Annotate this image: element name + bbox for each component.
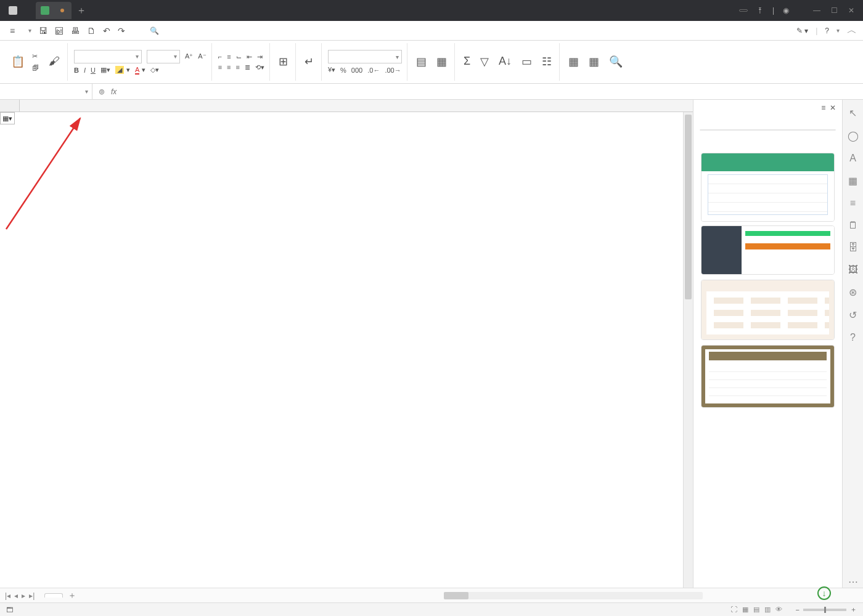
fx-expand-icon[interactable]: ⊚ xyxy=(99,87,105,96)
sort-button[interactable]: A↓ xyxy=(496,54,514,70)
font-size-select[interactable] xyxy=(147,50,180,63)
cursor-tool-icon[interactable]: ↖ xyxy=(849,107,857,119)
cut-button[interactable]: ✂ xyxy=(32,52,41,60)
panel-menu-icon[interactable]: ≡ xyxy=(821,103,825,112)
find-button[interactable]: 🔍 xyxy=(607,54,625,71)
image-tool-icon[interactable]: 🖼 xyxy=(848,264,858,275)
view-custom-icon[interactable]: ▥ xyxy=(764,606,771,614)
decrease-font-icon[interactable]: A⁻ xyxy=(198,52,206,60)
file-dropdown-icon[interactable]: ▾ xyxy=(28,27,31,34)
title-badge[interactable] xyxy=(739,9,748,12)
print-preview-icon[interactable]: 🗟 xyxy=(55,26,63,36)
undo-icon[interactable]: ↶ xyxy=(103,26,110,36)
freeze-panes-button[interactable]: ▦ xyxy=(586,54,602,71)
export-icon[interactable]: 🗋 xyxy=(87,26,96,36)
save-icon[interactable]: 🖫 xyxy=(39,26,47,36)
help-icon[interactable]: ? xyxy=(825,26,829,35)
name-box[interactable] xyxy=(0,84,92,99)
redo-icon[interactable]: ↷ xyxy=(118,26,125,36)
collapse-ribbon-icon[interactable]: ︿ xyxy=(847,24,857,37)
indent-right-icon[interactable]: ⇥ xyxy=(257,53,263,61)
minimize-button[interactable]: — xyxy=(812,6,821,15)
view-normal-icon[interactable]: ▦ xyxy=(742,606,748,614)
help-dropdown-icon[interactable]: ▾ xyxy=(836,27,840,34)
percent-icon[interactable]: % xyxy=(340,67,346,74)
new-tab-button[interactable]: ＋ xyxy=(72,4,91,17)
template-card[interactable] xyxy=(701,280,835,340)
scrollbar-thumb[interactable] xyxy=(685,115,692,299)
worksheet-button[interactable]: ▦ xyxy=(566,54,581,71)
read-mode-icon[interactable]: 👁 xyxy=(775,606,782,614)
skin-icon[interactable]: ⭱ xyxy=(756,6,764,15)
help-tool-icon[interactable]: ? xyxy=(850,332,856,343)
underline-icon[interactable]: U xyxy=(91,67,96,74)
merge-center-button[interactable]: ⊞ xyxy=(276,54,290,71)
clip-tool-icon[interactable]: 🗄 xyxy=(848,242,858,253)
distribute-icon[interactable]: ≣ xyxy=(245,63,250,71)
annotate-button[interactable]: ✎ ▾ xyxy=(796,26,808,35)
align-bottom-icon[interactable]: ⌙ xyxy=(236,53,242,61)
list-tool-icon[interactable]: ≡ xyxy=(850,198,856,209)
more-tools-icon[interactable]: ⋯ xyxy=(848,576,858,588)
copy-button[interactable]: 🗐 xyxy=(32,64,41,71)
table-tool-icon[interactable]: ▦ xyxy=(848,175,857,187)
maximize-button[interactable]: ☐ xyxy=(830,6,838,15)
number-format-select[interactable] xyxy=(328,50,402,63)
inc-decimal-icon[interactable]: .0← xyxy=(367,67,380,74)
increase-font-icon[interactable]: A⁺ xyxy=(185,52,193,60)
indent-left-icon[interactable]: ⇤ xyxy=(247,53,252,61)
sheet-last-icon[interactable]: ▸| xyxy=(29,591,35,600)
template-card[interactable] xyxy=(701,225,835,275)
close-button[interactable]: ✕ xyxy=(847,6,856,15)
template-card[interactable] xyxy=(701,345,835,408)
fullscreen-icon[interactable]: ⛶ xyxy=(730,606,737,614)
italic-icon[interactable]: I xyxy=(84,67,86,74)
row-col-button[interactable]: ☷ xyxy=(539,54,554,71)
align-center-icon[interactable]: ≡ xyxy=(227,63,231,71)
sheet-tab[interactable] xyxy=(44,593,63,598)
history-tool-icon[interactable]: ↺ xyxy=(849,309,857,321)
select-all-corner[interactable] xyxy=(0,100,20,111)
wrap-text-button[interactable]: ↵ xyxy=(302,54,316,71)
user-avatar-icon[interactable]: ◉ xyxy=(783,6,789,15)
table-style-button[interactable]: ▦ xyxy=(434,54,449,71)
document-tab[interactable] xyxy=(36,2,72,19)
font-select[interactable] xyxy=(74,50,142,63)
view-page-icon[interactable]: ▤ xyxy=(753,606,759,614)
zoom-out-icon[interactable]: − xyxy=(796,606,800,614)
command-search[interactable]: 🔍 xyxy=(150,26,162,35)
align-top-icon[interactable]: ⌐ xyxy=(218,53,222,60)
add-sheet-button[interactable]: ＋ xyxy=(63,590,81,601)
thousands-icon[interactable]: 000 xyxy=(351,67,362,74)
dec-decimal-icon[interactable]: .00→ xyxy=(385,67,401,74)
spreadsheet-grid[interactable]: ▦▾ xyxy=(0,100,693,588)
format-button[interactable]: ▭ xyxy=(519,54,534,71)
sheet-first-icon[interactable]: |◂ xyxy=(5,591,10,600)
template-card[interactable] xyxy=(701,153,835,222)
font-color-icon[interactable]: A▾ xyxy=(135,66,145,75)
hamburger-icon[interactable]: ≡ xyxy=(6,26,18,36)
fill-color-icon[interactable]: ◢▾ xyxy=(115,66,130,74)
paste-button[interactable]: 📋 xyxy=(9,54,27,71)
print-icon[interactable]: 🖶 xyxy=(71,26,80,36)
horizontal-scrollbar[interactable] xyxy=(444,592,703,599)
zoom-in-icon[interactable]: ＋ xyxy=(850,605,857,614)
clear-format-icon[interactable]: ◇▾ xyxy=(150,66,159,74)
border-icon[interactable]: ▦▾ xyxy=(100,66,110,74)
align-right-icon[interactable]: ≡ xyxy=(236,63,240,71)
shape-tool-icon[interactable]: ◯ xyxy=(848,130,859,142)
paste-options-button[interactable]: ▦▾ xyxy=(0,112,15,124)
effects-tool-icon[interactable]: ⊛ xyxy=(849,286,857,298)
note-tool-icon[interactable]: 🗒 xyxy=(848,220,858,231)
sheet-prev-icon[interactable]: ◂ xyxy=(14,591,18,600)
text-tool-icon[interactable]: A xyxy=(849,153,856,164)
align-left-icon[interactable]: ≡ xyxy=(218,63,222,71)
zoom-slider[interactable] xyxy=(803,609,846,611)
currency-icon[interactable]: ¥▾ xyxy=(328,66,335,74)
conditional-format-button[interactable]: ▤ xyxy=(414,54,429,71)
format-brush-button[interactable]: 🖌 xyxy=(46,54,62,70)
scrollbar-thumb[interactable] xyxy=(444,592,468,599)
vertical-scrollbar[interactable] xyxy=(683,112,693,588)
filter-button[interactable]: ▽ xyxy=(478,54,491,71)
panel-close-icon[interactable]: ✕ xyxy=(830,103,836,112)
